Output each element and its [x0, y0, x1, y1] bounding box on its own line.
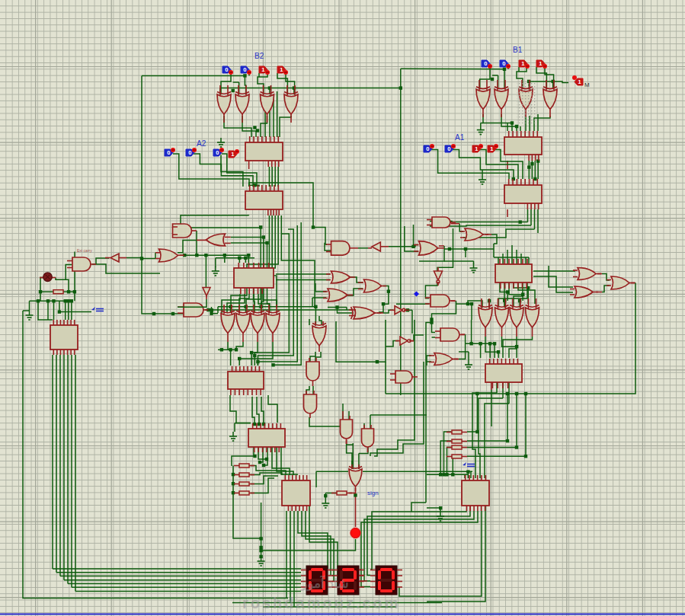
svg-text:0: 0	[167, 149, 170, 156]
svg-text:M: M	[584, 81, 590, 88]
svg-text:0: 0	[502, 60, 505, 67]
svg-text:0: 0	[225, 66, 228, 73]
svg-text:A2: A2	[197, 139, 206, 148]
svg-text:roshdamouz.com: roshdamouz.com	[242, 595, 401, 611]
svg-text:0: 0	[188, 149, 191, 156]
svg-text:1: 1	[539, 60, 542, 67]
svg-text:1: 1	[521, 60, 524, 67]
svg-text:0: 0	[243, 66, 246, 73]
svg-text:1: 1	[261, 66, 264, 73]
svg-text:1: 1	[231, 151, 234, 158]
svg-text:0: 0	[426, 145, 429, 152]
svg-text:B2: B2	[254, 52, 264, 60]
svg-text:Ext carry: Ext carry	[77, 248, 92, 253]
svg-text:0: 0	[447, 145, 450, 152]
svg-text:A1: A1	[455, 133, 465, 142]
svg-text:0: 0	[484, 60, 487, 67]
svg-text:B1: B1	[513, 46, 523, 54]
svg-text:1: 1	[280, 66, 283, 73]
svg-text:شاد آموز: شاد آموز	[299, 575, 349, 592]
svg-text:1: 1	[578, 78, 581, 85]
svg-text:sign: sign	[367, 490, 379, 496]
svg-text:1: 1	[475, 145, 478, 152]
svg-text:1: 1	[490, 145, 493, 152]
svg-text:0: 0	[216, 149, 219, 156]
